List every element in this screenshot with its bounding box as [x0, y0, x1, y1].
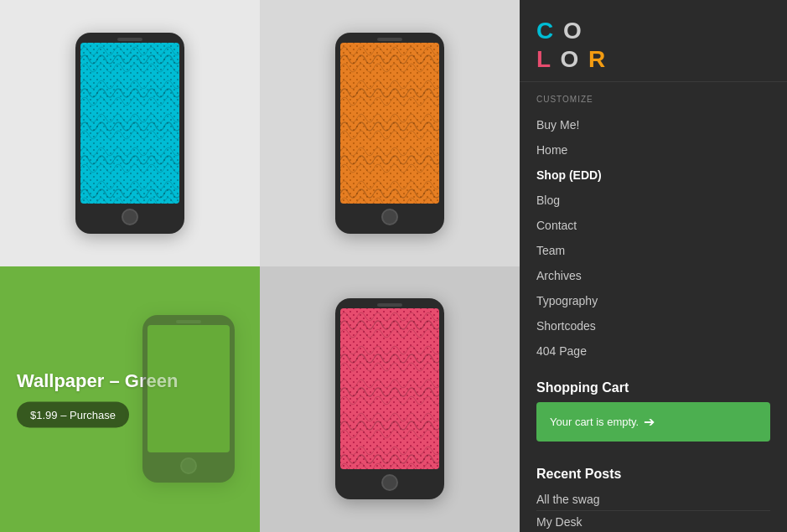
nav-item-contact[interactable]: Contact: [520, 213, 787, 238]
nav-item-shortcodes[interactable]: Shortcodes: [520, 313, 787, 338]
recent-posts-section: All the swagMy Desk: [520, 488, 787, 532]
nav-item-archives[interactable]: Archives: [520, 263, 787, 288]
phone-green-overlay: [142, 315, 235, 483]
phone-orange: [335, 33, 444, 234]
recent-post-item[interactable]: My Desk: [536, 511, 770, 532]
purchase-button[interactable]: $1.99 – Purchase: [17, 402, 129, 428]
squiggle-overlay-pink: [340, 308, 439, 469]
pattern-orange: [340, 43, 439, 204]
nav-item-blog[interactable]: Blog: [520, 188, 787, 213]
logo-o2: O: [560, 46, 580, 72]
pattern-pink: [340, 308, 439, 469]
recent-posts-title: Recent Posts: [520, 454, 787, 488]
sidebar: C O L O R CUSTOMIZE Buy Me!HomeShop (EDD…: [520, 0, 787, 532]
phone-pink: [335, 298, 444, 499]
phone-screen-cyan: [80, 43, 179, 204]
customize-label: CUSTOMIZE: [520, 82, 787, 108]
logo-r: R: [588, 46, 607, 72]
nav-item-404-page[interactable]: 404 Page: [520, 338, 787, 364]
main-content: Wallpaper – Green $1.99 – Purchase: [0, 0, 520, 532]
nav-item-buy-me-[interactable]: Buy Me!: [520, 112, 787, 137]
nav-item-typography[interactable]: Typography: [520, 288, 787, 313]
phone-green: [142, 315, 235, 483]
grid-cell-top-right[interactable]: [260, 0, 520, 266]
squiggle-overlay-cyan: [80, 43, 179, 204]
grid-cell-top-left[interactable]: [0, 0, 260, 266]
grid-cell-bottom-left[interactable]: Wallpaper – Green $1.99 – Purchase: [0, 266, 260, 533]
squiggle-overlay-orange: [340, 43, 439, 204]
cart-arrow-icon: ➔: [644, 414, 655, 430]
logo-o1: O: [563, 18, 583, 44]
phone-home-btn-cyan: [122, 209, 138, 225]
cart-empty-text: Your cart is empty.: [550, 416, 639, 428]
grid-cell-bottom-right[interactable]: [260, 266, 520, 533]
phone-screen-pink: [340, 308, 439, 469]
nav-menu: Buy Me!HomeShop (EDD)BlogContactTeamArch…: [520, 108, 787, 368]
phone-screen-orange: [340, 43, 439, 204]
phone-home-btn-green: [180, 457, 197, 474]
phone-cyan: [75, 33, 184, 234]
nav-item-shop--edd-[interactable]: Shop (EDD): [520, 163, 787, 188]
phone-home-btn-orange: [381, 209, 398, 225]
nav-item-home[interactable]: Home: [520, 137, 787, 163]
recent-post-item[interactable]: All the swag: [536, 488, 770, 511]
logo-l: L: [536, 46, 552, 72]
shopping-cart-title: Shopping Cart: [520, 368, 787, 402]
phone-home-btn-pink: [381, 474, 398, 491]
cart-widget[interactable]: Your cart is empty. ➔: [536, 402, 770, 442]
phone-screen-green: [148, 325, 230, 452]
pattern-cyan: [80, 43, 179, 204]
nav-item-team[interactable]: Team: [520, 238, 787, 263]
logo: C O L O R: [536, 17, 770, 73]
logo-area: C O L O R: [520, 0, 787, 82]
logo-c: C: [536, 18, 555, 44]
